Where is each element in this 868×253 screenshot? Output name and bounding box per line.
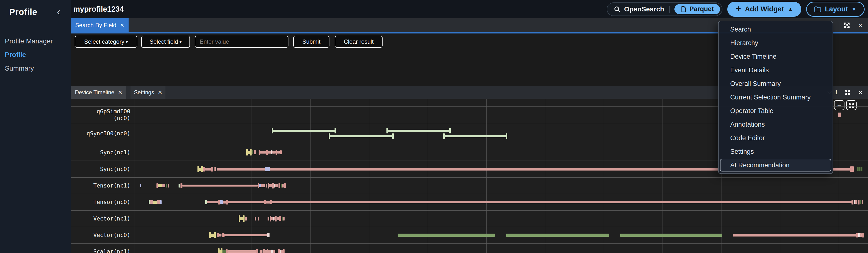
timeline-event[interactable]	[620, 233, 722, 237]
timeline-event[interactable]	[283, 249, 285, 253]
timeline-event-cap[interactable]	[272, 128, 273, 133]
timeline-event[interactable]	[203, 167, 205, 171]
timeline-event[interactable]	[860, 200, 862, 204]
timeline-event-cap[interactable]	[392, 133, 394, 139]
menu-item-device-timeline[interactable]: Device Timeline	[719, 50, 833, 63]
opensearch-pill[interactable]: OpenSearch Parquet	[607, 2, 722, 16]
timeline-event[interactable]	[205, 168, 211, 170]
timeline-event-cap[interactable]	[209, 232, 211, 238]
close-icon[interactable]: ×	[857, 22, 864, 29]
timeline-event[interactable]	[182, 185, 258, 187]
timeline-event-cap[interactable]	[239, 215, 240, 222]
timeline-event[interactable]	[856, 233, 858, 238]
timeline-event[interactable]	[211, 167, 213, 171]
timeline-event[interactable]	[266, 184, 267, 188]
timeline-event[interactable]	[329, 135, 394, 137]
timeline-event-cap[interactable]	[329, 133, 330, 139]
timeline-event[interactable]	[273, 151, 276, 154]
timeline-event[interactable]	[838, 113, 841, 117]
close-icon[interactable]: ×	[118, 89, 122, 96]
timeline-event[interactable]	[157, 200, 160, 204]
timeline-event[interactable]	[277, 217, 279, 220]
timeline-event[interactable]	[245, 217, 247, 221]
timeline-event-cap[interactable]	[214, 232, 216, 238]
timeline-event-cap[interactable]	[335, 128, 336, 133]
timeline-event[interactable]	[167, 184, 169, 188]
timeline-event[interactable]	[268, 250, 271, 253]
timeline-event[interactable]	[280, 150, 282, 154]
timeline-event-cap[interactable]	[506, 133, 507, 139]
menu-item-code-editor[interactable]: Code Editor	[719, 131, 833, 145]
timeline-event[interactable]	[443, 135, 507, 137]
menu-item-settings[interactable]: Settings	[719, 145, 833, 158]
timeline-event[interactable]	[261, 184, 265, 187]
timeline-event[interactable]	[272, 201, 851, 203]
timeline-event-cap[interactable]	[243, 215, 245, 222]
close-icon[interactable]: ×	[158, 89, 162, 96]
timeline-event[interactable]	[858, 200, 860, 204]
menu-item-hierarchy[interactable]: Hierarchy	[719, 36, 833, 50]
timeline-event[interactable]	[859, 167, 861, 171]
timeline-event[interactable]	[264, 200, 266, 204]
timeline-event-cap[interactable]	[275, 216, 277, 221]
timeline-event[interactable]	[281, 184, 282, 188]
timeline-event[interactable]	[256, 249, 258, 253]
timeline-event[interactable]	[153, 200, 157, 204]
timeline-event[interactable]	[226, 249, 227, 253]
close-icon[interactable]: ×	[120, 22, 124, 29]
timeline-event[interactable]	[862, 200, 863, 204]
timeline-event[interactable]	[270, 200, 272, 204]
timeline-event[interactable]	[398, 233, 495, 237]
menu-item-current-selection-summary[interactable]: Current Selection Summary	[719, 91, 833, 104]
menu-item-ai-recommendation[interactable]: AI Recommendation	[720, 159, 831, 171]
timeline-event[interactable]	[223, 200, 226, 203]
timeline-event[interactable]	[860, 233, 862, 237]
timeline-event[interactable]	[205, 200, 207, 204]
expand-icon[interactable]	[844, 89, 851, 96]
timeline-event-cap[interactable]	[202, 166, 203, 172]
timeline-event[interactable]	[855, 200, 857, 204]
timeline-event[interactable]	[851, 200, 854, 204]
submit-button[interactable]: Submit	[293, 36, 330, 48]
clear-result-button[interactable]: Clear result	[335, 36, 382, 48]
timeline-event[interactable]	[166, 184, 167, 188]
timeline-event-cap[interactable]	[250, 149, 252, 156]
timeline-event[interactable]	[259, 250, 261, 253]
timeline-event-cap[interactable]	[270, 216, 271, 221]
zoom-fit-button[interactable]	[846, 100, 857, 110]
sidebar-item-summary[interactable]: Summary	[0, 62, 71, 75]
timeline-event[interactable]	[160, 200, 161, 204]
timeline-event[interactable]	[217, 233, 219, 237]
timeline-event[interactable]	[277, 151, 280, 154]
timeline-event[interactable]	[181, 183, 182, 188]
timeline-event[interactable]	[386, 130, 451, 132]
timeline-event-cap[interactable]	[268, 183, 269, 188]
close-icon[interactable]: ×	[857, 89, 864, 96]
timeline-event[interactable]	[140, 184, 141, 187]
timeline-event[interactable]	[214, 167, 216, 171]
timeline-event[interactable]	[220, 200, 223, 204]
timeline-event[interactable]	[861, 167, 862, 171]
timeline-event-cap[interactable]	[218, 248, 220, 253]
timeline-event-cap[interactable]	[197, 166, 199, 172]
timeline-event[interactable]	[265, 167, 270, 171]
timeline-event[interactable]	[207, 201, 218, 203]
timeline-event[interactable]	[268, 217, 269, 221]
menu-item-annotations[interactable]: Annotations	[719, 118, 833, 131]
timeline-event[interactable]	[275, 184, 278, 187]
add-widget-button[interactable]: + Add Widget ▲	[727, 2, 801, 17]
zoom-out-button[interactable]: −	[834, 100, 844, 110]
timeline-event[interactable]	[222, 233, 224, 237]
timeline-event-cap[interactable]	[263, 249, 265, 253]
timeline-event[interactable]	[284, 183, 286, 188]
sidebar-item-profile[interactable]: Profile	[0, 48, 71, 62]
timeline-event[interactable]	[261, 250, 262, 253]
timeline-event[interactable]	[862, 233, 864, 238]
menu-item-overall-summary[interactable]: Overall Summary	[719, 77, 833, 91]
timeline-event[interactable]	[158, 184, 162, 187]
timeline-event[interactable]	[266, 200, 270, 203]
layout-button[interactable]: Layout ▼	[806, 2, 865, 17]
parquet-button[interactable]: Parquet	[674, 4, 720, 14]
timeline-event[interactable]	[260, 151, 267, 154]
menu-item-event-details[interactable]: Event Details	[719, 63, 833, 77]
